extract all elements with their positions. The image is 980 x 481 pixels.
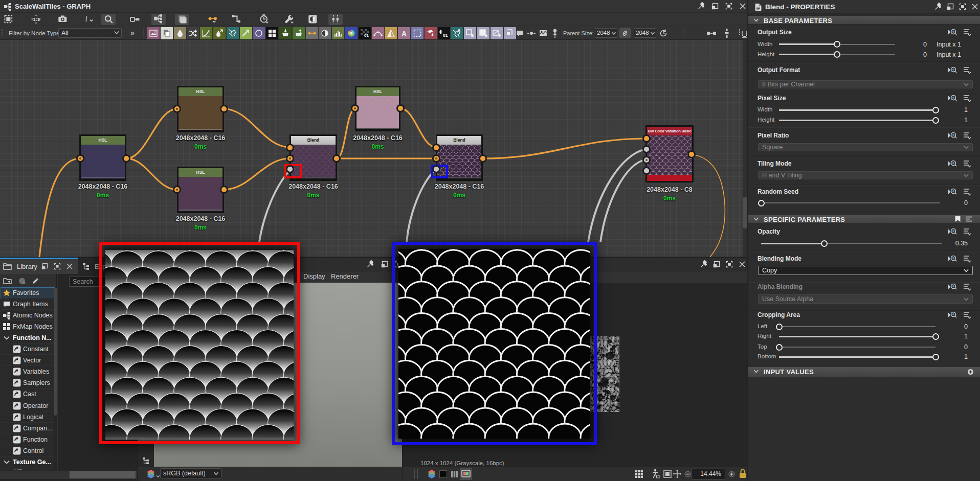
svg-text:A: A	[402, 30, 407, 38]
svg-text:i: i	[85, 14, 87, 23]
svg-text:1:1: 1:1	[33, 17, 40, 22]
svg-text:01: 01	[443, 33, 448, 38]
svg-text:01: 01	[364, 33, 369, 38]
